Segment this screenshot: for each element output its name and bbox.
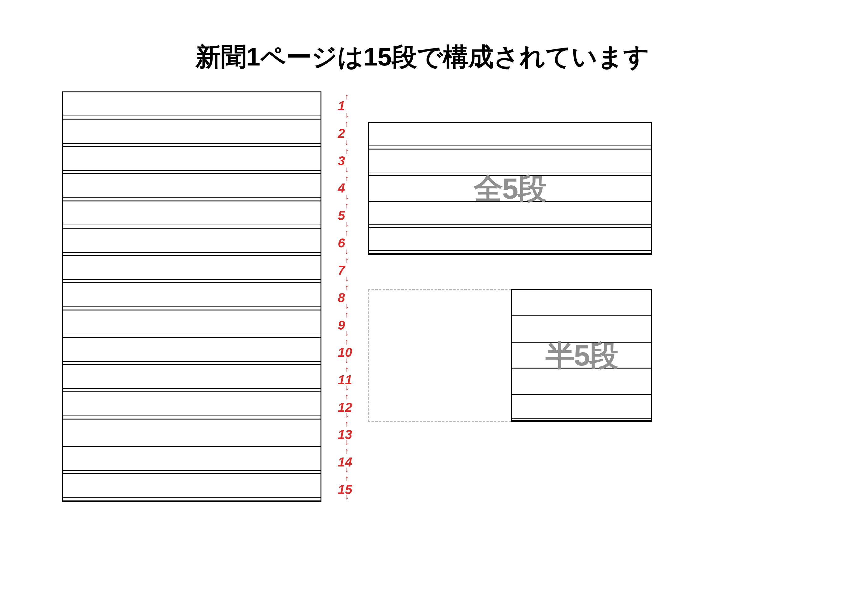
dan-number: 9 — [338, 318, 345, 333]
dan-inner-separator — [63, 334, 320, 334]
dan-inner-separator — [63, 443, 320, 443]
dan-row: ↑↓ — [63, 392, 320, 419]
dan-number: 12 — [338, 400, 352, 415]
dan-inner-separator — [63, 361, 320, 362]
dan-inner-separator — [63, 470, 320, 471]
full5-inner-separator — [369, 224, 651, 224]
dan-number: 5 — [338, 208, 345, 223]
dan-number: 11 — [338, 373, 352, 387]
dan-row: ↑↓ — [63, 419, 320, 447]
dan-number: 4 — [338, 181, 345, 195]
dan-row: ↑↓ — [63, 447, 320, 474]
dan-row: ↑↓ — [63, 174, 320, 201]
dan-number: 2 — [338, 126, 345, 141]
dan-row: ↑↓ — [63, 283, 320, 311]
dan-number: 7 — [338, 263, 345, 278]
dan-inner-separator — [63, 388, 320, 389]
half5-row — [512, 290, 651, 316]
dan-number: 10 — [338, 345, 352, 360]
dan-number: 13 — [338, 427, 352, 442]
dan-number: 14 — [338, 455, 352, 469]
dan-inner-separator — [63, 279, 320, 280]
dan-inner-separator — [63, 415, 320, 416]
dan-row: ↑↓ — [63, 256, 320, 283]
dan-number: 8 — [338, 290, 345, 305]
full5-inner-separator — [369, 250, 651, 251]
diagram-title: 新聞1ページは15段で構成されています — [0, 40, 845, 74]
half-5-dan-dashed-outline: 半5段 — [368, 289, 652, 422]
arrow-up-icon: ↑ — [342, 338, 351, 346]
newspaper-15-dan-grid: ↑↓1↑↓2↑↓3↑↓4↑↓5↑↓6↑↓7↑↓8↑↓9↑↓10↑↓11↑↓12↑… — [62, 91, 322, 502]
dan-row: ↑↓ — [63, 92, 320, 120]
arrow-up-icon: ↑ — [342, 447, 351, 455]
dan-number: 1 — [338, 98, 345, 113]
full5-row — [369, 228, 651, 254]
dan-row: ↑↓ — [63, 147, 320, 174]
arrow-up-icon: ↑ — [342, 392, 351, 400]
arrow-up-icon: ↑ — [342, 283, 351, 291]
dan-row: ↑↓ — [63, 338, 320, 365]
arrow-up-icon: ↑ — [342, 311, 351, 318]
dan-row: ↑↓ — [63, 229, 320, 256]
dan-number: 6 — [338, 236, 345, 251]
full5-inner-separator — [369, 145, 651, 146]
dan-row: ↑↓ — [63, 201, 320, 229]
dan-inner-separator — [63, 497, 320, 498]
half5-inner-separator — [512, 418, 651, 419]
dan-inner-separator — [63, 143, 320, 144]
arrow-up-icon: ↑ — [342, 365, 351, 373]
dan-row: ↑↓ — [63, 365, 320, 392]
dan-inner-separator — [63, 170, 320, 171]
arrow-up-icon: ↑ — [342, 419, 351, 428]
half5-row — [512, 395, 651, 421]
half-5-dan-label: 半5段 — [545, 336, 618, 375]
dan-inner-separator — [63, 252, 320, 253]
dan-row: ↑↓ — [63, 474, 320, 502]
full-5-dan-block: 全5段 — [368, 122, 652, 255]
dan-inner-separator — [63, 197, 320, 198]
dan-inner-separator — [63, 224, 320, 225]
arrow-up-icon: ↑ — [342, 474, 351, 482]
dan-row: ↑↓ — [63, 311, 320, 338]
dan-number: 3 — [338, 154, 345, 169]
dan-inner-separator — [63, 307, 320, 307]
dan-inner-separator — [63, 116, 320, 116]
dan-row: ↑↓ — [63, 120, 320, 147]
half-5-dan-block: 半5段 — [511, 289, 652, 422]
dan-number: 15 — [338, 482, 352, 497]
full5-row — [369, 123, 651, 150]
full-5-dan-label: 全5段 — [474, 169, 546, 208]
